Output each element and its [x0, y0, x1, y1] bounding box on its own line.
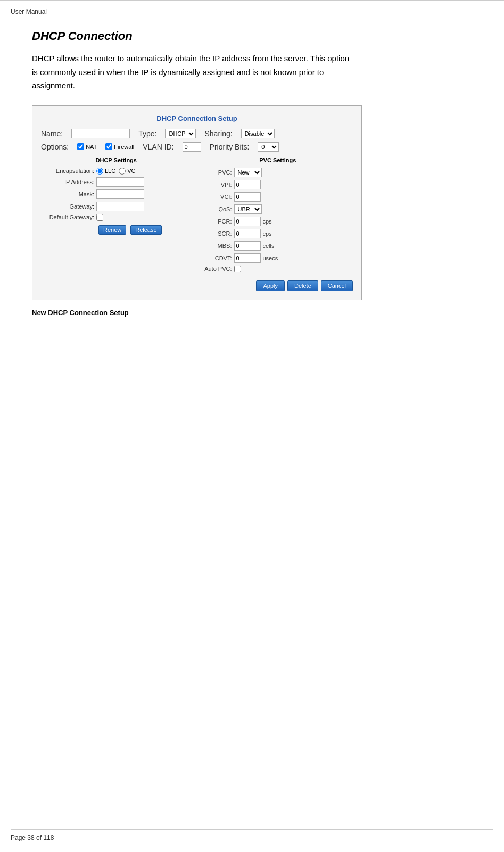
firewall-option[interactable]: Firewall	[105, 143, 134, 150]
pvc-settings-title: PVC Settings	[203, 157, 353, 163]
auto-pvc-row: Auto PVC:	[203, 266, 353, 272]
scr-label: SCR:	[203, 230, 232, 237]
name-input[interactable]	[71, 129, 130, 138]
page-title: DHCP Connection	[32, 29, 472, 43]
vpi-row: VPI:	[203, 180, 353, 189]
mbs-row: MBS: cells	[203, 241, 353, 251]
renew-button[interactable]: Renew	[98, 225, 126, 235]
cdvt-unit: usecs	[263, 255, 278, 261]
apply-button[interactable]: Apply	[256, 280, 285, 291]
vc-radio[interactable]	[119, 168, 126, 175]
mask-row: Mask:	[41, 189, 192, 199]
cancel-button[interactable]: Cancel	[321, 280, 353, 291]
mbs-unit: cells	[263, 243, 275, 249]
qos-label: QoS:	[203, 206, 232, 212]
dhcp-settings-col: DHCP Settings Encapsulation: LLC VC	[41, 157, 197, 275]
scr-row: SCR: cps	[203, 229, 353, 238]
caption: New DHCP Connection Setup	[32, 309, 472, 317]
priority-bits-label: Priority Bits:	[210, 143, 250, 151]
release-button[interactable]: Release	[130, 225, 161, 235]
name-label: Name:	[41, 129, 63, 138]
desc-line1: DHCP allows the router to automatically …	[32, 54, 349, 63]
llc-option[interactable]: LLC	[96, 168, 115, 175]
encapsulation-row: Encapsulation: LLC VC	[41, 168, 192, 175]
bottom-buttons: Apply Delete Cancel	[41, 280, 353, 291]
sharing-label: Sharing:	[204, 129, 232, 138]
gateway-input[interactable]	[96, 202, 144, 211]
nat-option[interactable]: NAT	[77, 143, 97, 150]
qos-select[interactable]: UBR	[234, 204, 262, 214]
dialog-title: DHCP Connection Setup	[41, 114, 353, 122]
renew-release-row: Renew Release	[41, 225, 192, 235]
auto-pvc-checkbox[interactable]	[234, 266, 241, 272]
pcr-row: PCR: cps	[203, 217, 353, 226]
firewall-checkbox[interactable]	[105, 143, 112, 150]
default-gateway-label: Default Gateway:	[41, 214, 94, 220]
options-label: Options:	[41, 143, 69, 151]
qos-row: QoS: UBR	[203, 204, 353, 214]
scr-input[interactable]	[234, 229, 261, 238]
options-row: Options: NAT Firewall VLAN ID: Priority …	[41, 142, 353, 152]
desc-line3: assignment.	[32, 81, 75, 90]
gateway-row: Gateway:	[41, 202, 192, 211]
cdvt-input[interactable]	[234, 253, 261, 263]
vc-option[interactable]: VC	[119, 168, 135, 175]
type-select[interactable]: DHCP	[165, 129, 196, 138]
ip-address-row: IP Address:	[41, 177, 192, 187]
pvc-select[interactable]: New	[234, 168, 262, 177]
pcr-unit: cps	[263, 218, 272, 225]
pvc-row: PVC: New	[203, 168, 353, 177]
pvc-settings-col: PVC Settings PVC: New VPI: VCI: QoS:	[197, 157, 353, 275]
nat-label: NAT	[86, 144, 97, 150]
pcr-input[interactable]	[234, 217, 261, 226]
vpi-input[interactable]	[234, 180, 261, 189]
firewall-label: Firewall	[114, 144, 134, 150]
auto-pvc-label: Auto PVC:	[203, 266, 232, 272]
vci-input[interactable]	[234, 192, 261, 202]
scr-unit: cps	[263, 230, 272, 237]
delete-button[interactable]: Delete	[287, 280, 318, 291]
vpi-label: VPI:	[203, 181, 232, 188]
ip-address-label: IP Address:	[41, 179, 94, 185]
mask-input[interactable]	[96, 189, 144, 199]
setup-dialog: DHCP Connection Setup Name: Type: DHCP S…	[32, 105, 362, 300]
encapsulation-label: Encapsulation:	[41, 168, 94, 174]
cdvt-row: CDVT: usecs	[203, 253, 353, 263]
dhcp-settings-title: DHCP Settings	[41, 157, 192, 163]
vci-label: VCI:	[203, 194, 232, 200]
llc-label: LLC	[105, 168, 115, 174]
gateway-label: Gateway:	[41, 203, 94, 210]
vlan-id-input[interactable]	[183, 142, 201, 152]
cdvt-label: CDVT:	[203, 255, 232, 261]
mbs-label: MBS:	[203, 243, 232, 249]
vlan-id-label: VLAN ID:	[143, 143, 173, 151]
vci-row: VCI:	[203, 192, 353, 202]
top-row: Name: Type: DHCP Sharing: Disable	[41, 129, 353, 138]
two-columns: DHCP Settings Encapsulation: LLC VC	[41, 157, 353, 275]
encap-options: LLC VC	[96, 168, 135, 175]
vc-label: VC	[127, 168, 135, 174]
ip-address-input[interactable]	[96, 177, 144, 187]
pcr-label: PCR:	[203, 218, 232, 225]
default-gateway-row: Default Gateway:	[41, 214, 192, 221]
description: DHCP allows the router to automatically …	[32, 52, 472, 93]
mask-label: Mask:	[41, 191, 94, 197]
mbs-input[interactable]	[234, 241, 261, 251]
pvc-label: PVC:	[203, 169, 232, 176]
llc-radio[interactable]	[96, 168, 103, 175]
header-label: User Manual	[0, 5, 504, 19]
footer: Page 38 of 118	[11, 829, 493, 841]
nat-checkbox[interactable]	[77, 143, 84, 150]
default-gateway-checkbox[interactable]	[96, 214, 103, 221]
priority-bits-select[interactable]: 0	[258, 142, 279, 152]
type-label: Type:	[138, 129, 156, 138]
desc-line2: is commonly used in when the IP is dynam…	[32, 68, 324, 77]
sharing-select[interactable]: Disable	[241, 129, 275, 138]
